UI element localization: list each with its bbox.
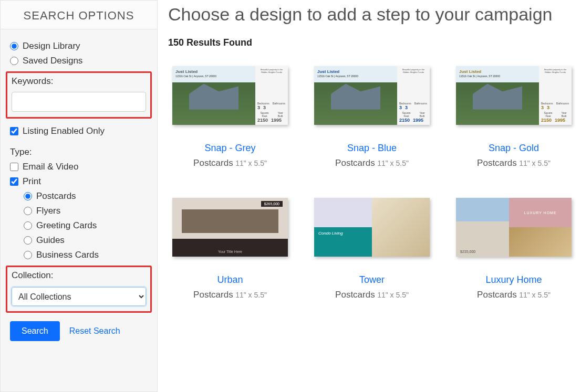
radio-saved-designs[interactable]: Saved Designs [10, 56, 148, 66]
design-type: Postcards [193, 158, 233, 168]
design-type: Postcards [193, 290, 233, 300]
thumb-condo: Condo Living [318, 231, 343, 236]
design-title[interactable]: Urban [168, 274, 292, 285]
radio-design-library[interactable]: Design Library [10, 41, 148, 51]
thumb-lux-price: $235,000 [460, 250, 475, 253]
collection-label: Collection: [12, 270, 146, 281]
print-subtypes: Postcards Flyers Greeting Cards Guides B… [24, 191, 148, 260]
design-thumb[interactable]: Condo Living [314, 198, 430, 257]
type-label: Type: [10, 147, 148, 157]
search-button[interactable]: Search [10, 321, 60, 341]
collection-select[interactable]: All Collections [12, 287, 146, 306]
design-card[interactable]: $235,000 LUXURY HOME Luxury Home Postcar… [452, 198, 576, 300]
radio-saved-designs-input[interactable] [10, 57, 18, 65]
sidebar-body: Design Library Saved Designs Keywords: L… [1, 29, 157, 348]
radio-design-library-label: Design Library [23, 41, 80, 51]
button-row: Search Reset Search [10, 321, 148, 341]
radio-flyers[interactable]: Flyers [24, 206, 148, 216]
design-type: Postcards [335, 158, 375, 168]
design-type: Postcards [335, 290, 375, 300]
design-thumb[interactable]: Just Listed 11516 Oak St | Anytown, ST 2… [456, 66, 572, 125]
design-card[interactable]: $265,000 Your Title Here Urban Postcards… [168, 198, 292, 300]
check-email-video-label: Email & Video [23, 162, 78, 172]
design-card[interactable]: Just Listed 11516 Oak St | Anytown, ST 2… [168, 66, 292, 168]
check-listing-enabled-label: Listing Enabled Only [23, 126, 105, 136]
design-thumb[interactable]: $235,000 LUXURY HOME [456, 198, 572, 257]
thumb-address: 11516 Oak St | Anytown, ST 20000 [175, 75, 216, 78]
design-title[interactable]: Snap - Gold [452, 143, 576, 154]
check-email-video-input[interactable] [10, 163, 18, 171]
radio-guides-label: Guides [36, 235, 65, 246]
thumb-address: 11516 Oak St | Anytown, ST 20000 [459, 75, 500, 78]
design-type: Postcards [477, 290, 517, 300]
reset-search-link[interactable]: Reset Search [69, 326, 120, 336]
sidebar-header: SEARCH OPTIONS [1, 1, 157, 29]
design-dim: 11" x 5.5" [519, 159, 551, 167]
radio-saved-designs-label: Saved Designs [23, 56, 82, 66]
radio-greeting-cards[interactable]: Greeting Cards [24, 220, 148, 231]
check-print-input[interactable] [10, 177, 18, 186]
check-listing-enabled[interactable]: Listing Enabled Only [10, 126, 148, 136]
design-title[interactable]: Snap - Blue [310, 143, 434, 154]
design-title[interactable]: Tower [310, 274, 434, 285]
radio-greeting-cards-input[interactable] [24, 221, 32, 230]
check-email-video[interactable]: Email & Video [10, 162, 148, 172]
check-print-label: Print [23, 176, 41, 187]
design-card[interactable]: Just Listed 11516 Oak St | Anytown, ST 2… [452, 66, 576, 168]
radio-postcards-input[interactable] [24, 192, 32, 200]
radio-flyers-input[interactable] [24, 207, 32, 215]
radio-business-cards-label: Business Cards [36, 250, 99, 260]
search-sidebar: SEARCH OPTIONS Design Library Saved Desi… [0, 0, 158, 392]
design-dim: 11" x 5.5" [235, 159, 267, 167]
radio-business-cards-input[interactable] [24, 251, 32, 259]
keywords-label: Keywords: [12, 76, 146, 87]
radio-postcards-label: Postcards [36, 191, 76, 202]
design-dim: 11" x 5.5" [235, 291, 267, 299]
radio-guides-input[interactable] [24, 236, 32, 245]
design-title[interactable]: Luxury Home [452, 274, 576, 285]
design-title[interactable]: Snap - Grey [168, 143, 292, 154]
thumb-address: 11516 Oak St | Anytown, ST 20000 [317, 75, 358, 78]
check-listing-enabled-input[interactable] [10, 127, 18, 135]
collection-highlight: Collection: All Collections [6, 266, 152, 313]
radio-design-library-input[interactable] [10, 42, 18, 50]
main-content: Choose a design to add a step to your ca… [158, 0, 581, 392]
radio-postcards[interactable]: Postcards [24, 191, 148, 202]
radio-flyers-label: Flyers [36, 206, 60, 216]
page-title: Choose a design to add a step to your ca… [168, 4, 576, 25]
thumb-lux-header: LUXURY HOME [509, 198, 572, 227]
results-grid: Just Listed 11516 Oak St | Anytown, ST 2… [168, 66, 576, 300]
keywords-highlight: Keywords: [6, 71, 152, 119]
design-dim: 11" x 5.5" [377, 291, 409, 299]
design-card[interactable]: Condo Living Tower Postcards 11" x 5.5" [310, 198, 434, 300]
results-count: 150 Results Found [168, 37, 576, 48]
thumb-banner: Just Listed [317, 69, 339, 74]
design-dim: 11" x 5.5" [519, 291, 551, 299]
keywords-input[interactable] [12, 92, 146, 112]
radio-greeting-cards-label: Greeting Cards [36, 220, 97, 231]
check-print[interactable]: Print [10, 176, 148, 187]
thumb-banner: Just Listed [175, 69, 198, 74]
thumb-title: Your Title Here [172, 250, 288, 253]
design-dim: 11" x 5.5" [377, 159, 409, 167]
design-card[interactable]: Just Listed 11516 Oak St | Anytown, ST 2… [310, 66, 434, 168]
design-thumb[interactable]: Just Listed 11516 Oak St | Anytown, ST 2… [172, 66, 288, 125]
thumb-banner: Just Listed [459, 69, 481, 74]
radio-business-cards[interactable]: Business Cards [24, 250, 148, 260]
design-type: Postcards [477, 158, 517, 168]
thumb-price: $265,000 [261, 201, 283, 207]
radio-guides[interactable]: Guides [24, 235, 148, 246]
design-thumb[interactable]: Just Listed 11516 Oak St | Anytown, ST 2… [314, 66, 430, 125]
design-thumb[interactable]: $265,000 Your Title Here [172, 198, 288, 257]
